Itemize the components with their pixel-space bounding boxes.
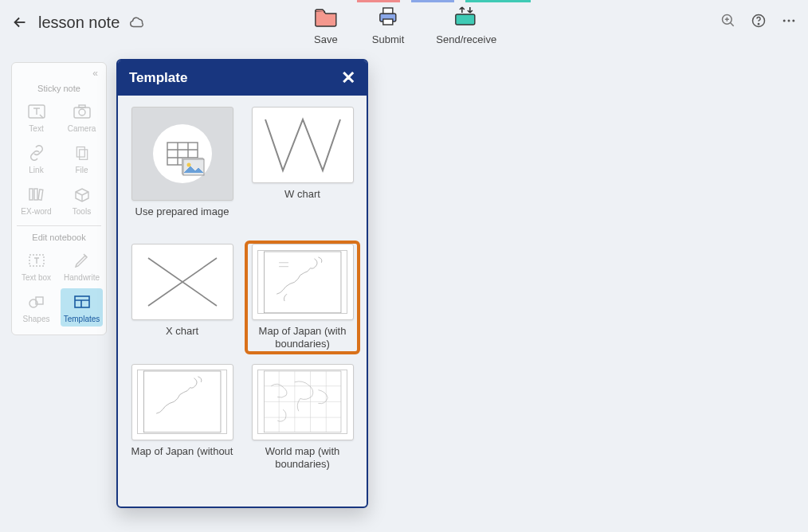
- shapes-icon: [26, 291, 47, 312]
- pen-icon: [72, 250, 92, 271]
- tool-sidebar: « Sticky note Text Camera Link File EX-w…: [11, 62, 107, 335]
- template-label: W chart: [284, 188, 320, 213]
- svg-point-8: [788, 20, 790, 22]
- sidebar-item-shapes[interactable]: Shapes: [15, 288, 57, 327]
- sidebar-item-link[interactable]: Link: [15, 139, 57, 178]
- printer-icon: [374, 3, 402, 29]
- template-card-prepared-image[interactable]: Use prepared image: [126, 105, 238, 233]
- template-card-w-chart[interactable]: W chart: [246, 105, 359, 233]
- template-panel-title: Template: [129, 70, 187, 86]
- svg-point-9: [792, 20, 794, 22]
- svg-rect-16: [29, 189, 33, 200]
- text-icon: [26, 101, 47, 122]
- cloud-sync-icon[interactable]: [129, 14, 147, 31]
- svg-point-6: [758, 24, 759, 25]
- template-thumb-world: [252, 364, 354, 440]
- header-left: lesson note: [11, 14, 147, 32]
- templates-icon: [72, 291, 92, 312]
- back-arrow-icon[interactable]: [11, 14, 29, 31]
- sidebar-grid-edit: Text box Handwrite Shapes Templates: [15, 247, 103, 327]
- template-card-japan-boundaries[interactable]: Map of Japan (with boundaries): [246, 242, 359, 353]
- template-panel-header: Template ✕: [118, 61, 367, 96]
- svg-point-12: [79, 109, 85, 115]
- template-label: X chart: [166, 325, 198, 350]
- svg-rect-18: [38, 190, 43, 200]
- template-thumb-w: [252, 107, 354, 183]
- svg-rect-26: [264, 252, 341, 313]
- sidebar-grid-sticky: Text Camera Link File EX-word Tools: [15, 98, 103, 219]
- template-card-japan-noboundaries[interactable]: Map of Japan (without: [126, 362, 238, 473]
- sidebar-item-text[interactable]: Text: [15, 98, 57, 136]
- sidebar-section-edit: Edit notebook: [15, 233, 103, 242]
- template-thumb-prepared: [131, 107, 233, 201]
- template-label: Map of Japan (without: [131, 445, 233, 471]
- svg-point-7: [783, 20, 786, 22]
- save-label: Save: [314, 33, 338, 45]
- svg-rect-13: [79, 105, 85, 108]
- more-icon[interactable]: [781, 13, 797, 32]
- sidebar-item-tools[interactable]: Tools: [61, 181, 103, 219]
- svg-rect-3: [456, 14, 475, 25]
- svg-rect-17: [34, 189, 37, 200]
- svg-rect-27: [143, 371, 221, 432]
- app-header: lesson note Save Submit Send/receive: [0, 0, 808, 45]
- svg-rect-22: [75, 296, 89, 307]
- svg-rect-15: [79, 150, 87, 160]
- sidebar-item-exword[interactable]: EX-word: [15, 181, 57, 219]
- zoom-icon[interactable]: [720, 13, 736, 32]
- submit-button[interactable]: Submit: [372, 3, 404, 45]
- template-thumb-japan-b: [252, 244, 354, 320]
- header-right: [720, 13, 797, 32]
- template-card-x-chart[interactable]: X chart: [126, 242, 238, 353]
- file-icon: [72, 143, 92, 163]
- page-title: lesson note: [38, 14, 120, 32]
- template-label: Use prepared image: [135, 205, 229, 231]
- header-center-actions: Save Submit Send/receive: [312, 3, 496, 45]
- image-badge-icon: [182, 158, 204, 175]
- sidebar-item-templates[interactable]: Templates: [61, 288, 103, 327]
- sendreceive-label: Send/receive: [436, 33, 496, 45]
- template-panel: Template ✕ Use prepared image W chart: [116, 59, 368, 508]
- svg-rect-2: [383, 19, 393, 25]
- sidebar-collapse-icon[interactable]: «: [15, 68, 103, 80]
- sidebar-section-sticky: Sticky note: [15, 84, 103, 93]
- camera-icon: [72, 101, 92, 122]
- submit-label: Submit: [372, 33, 404, 45]
- sidebar-divider: [17, 225, 101, 226]
- books-icon: [26, 184, 47, 205]
- sendreceive-button[interactable]: Send/receive: [436, 3, 496, 45]
- template-panel-body[interactable]: Use prepared image W chart X chart: [118, 96, 367, 507]
- svg-rect-14: [76, 147, 84, 158]
- sidebar-item-file[interactable]: File: [61, 139, 103, 178]
- template-thumb-x: [131, 244, 233, 320]
- save-button[interactable]: Save: [312, 3, 340, 45]
- textbox-icon: [26, 250, 47, 271]
- svg-rect-1: [383, 8, 393, 14]
- link-icon: [26, 143, 47, 163]
- template-thumb-japan-nb: [131, 364, 233, 440]
- close-icon[interactable]: ✕: [341, 69, 355, 87]
- sidebar-item-handwrite[interactable]: Handwrite: [61, 247, 103, 285]
- folder-icon: [312, 3, 340, 29]
- sidebar-item-textbox[interactable]: Text box: [15, 247, 57, 285]
- sidebar-item-camera[interactable]: Camera: [61, 98, 103, 136]
- template-label: World map (with boundaries): [248, 445, 357, 471]
- box-icon: [72, 184, 92, 205]
- transfer-icon: [452, 3, 480, 29]
- template-card-world-boundaries[interactable]: World map (with boundaries): [246, 362, 359, 473]
- help-icon[interactable]: [751, 13, 767, 32]
- template-label: Map of Japan (with boundaries): [248, 325, 357, 351]
